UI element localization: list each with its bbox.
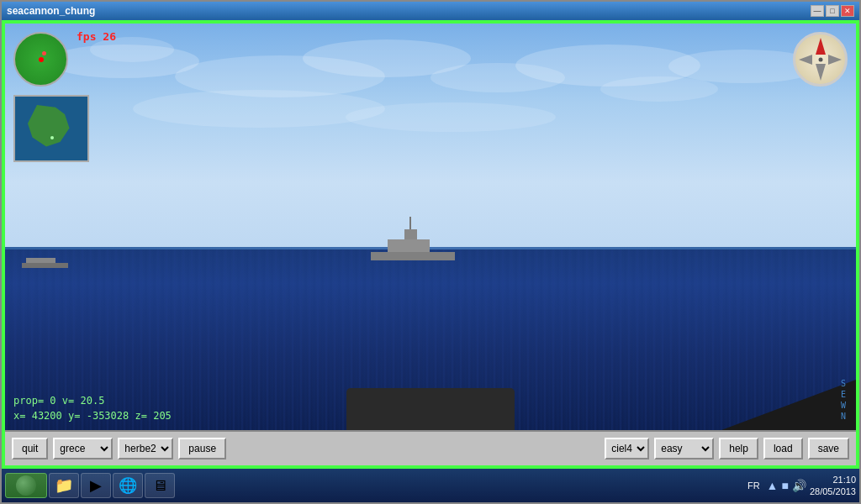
ship-mast xyxy=(409,217,411,229)
distant-ship xyxy=(362,235,463,260)
close-button[interactable]: ✕ xyxy=(841,5,854,17)
radar-center xyxy=(39,57,44,62)
geo-minimap xyxy=(13,95,89,162)
compass-directions: S E W N xyxy=(841,378,846,422)
player-position-dot xyxy=(50,136,54,139)
ship-hull xyxy=(371,252,455,260)
fps-counter: fps 26 xyxy=(77,30,116,43)
help-button[interactable]: help xyxy=(719,438,758,459)
compass-south xyxy=(816,64,826,81)
herbe-dropdown-wrap: herbe2 herbe1 herbe3 xyxy=(118,438,173,459)
cannon xyxy=(304,321,557,430)
small-ship xyxy=(22,255,72,268)
taskbar-game[interactable]: 🖥 xyxy=(145,473,175,498)
ship-tower xyxy=(404,229,417,239)
language-indicator: FR xyxy=(747,480,760,491)
taskbar-explorer[interactable]: 📁 xyxy=(49,473,79,498)
battery-icon: ■ xyxy=(781,479,788,492)
radar-blip xyxy=(42,51,46,55)
grece-dropdown-wrap: grece france england xyxy=(53,438,113,459)
compass xyxy=(793,32,848,87)
maximize-button[interactable]: □ xyxy=(826,5,839,17)
titlebar: seacannon_chung — □ ✕ xyxy=(2,2,859,20)
herbe-dropdown[interactable]: herbe2 herbe1 herbe3 xyxy=(119,439,172,458)
grece-dropdown[interactable]: grece france england xyxy=(55,439,111,458)
minimize-button[interactable]: — xyxy=(811,5,824,17)
network-icon: ▲ xyxy=(767,479,779,492)
radar-minimap xyxy=(13,32,68,87)
3d-scene: fps 26 prop= 0 v= 20.5 x= 43200 y= -3530… xyxy=(5,24,856,430)
geo-land xyxy=(28,105,74,151)
taskbar: 📁 ▶ 🌐 🖥 FR ▲ ■ 🔊 21:10 28/05/2013 xyxy=(2,469,859,502)
small-ship-body xyxy=(26,258,55,263)
hud-info: prop= 0 v= 20.5 x= 43200 y= -353028 z= 2… xyxy=(13,393,172,423)
toolbar: quit grece france england herbe2 herbe1 … xyxy=(5,430,856,465)
difficulty-dropdown-wrap: easy medium hard xyxy=(654,438,714,459)
window-controls: — □ ✕ xyxy=(811,5,854,17)
clock-date: 28/05/2013 xyxy=(810,486,856,497)
quit-button[interactable]: quit xyxy=(12,438,48,459)
application-window: seacannon_chung — □ ✕ xyxy=(0,0,861,504)
clock-time: 21:10 xyxy=(810,474,856,486)
hud-velocity: prop= 0 v= 20.5 xyxy=(13,393,172,408)
compass-east xyxy=(828,55,842,65)
volume-icon: 🔊 xyxy=(792,479,806,492)
pause-button[interactable]: pause xyxy=(178,438,226,459)
window-title: seacannon_chung xyxy=(7,5,95,17)
small-ship-hull xyxy=(22,263,68,268)
system-clock: 21:10 28/05/2013 xyxy=(810,474,856,498)
ship-superstructure xyxy=(388,239,430,252)
game-area[interactable]: fps 26 prop= 0 v= 20.5 x= 43200 y= -3530… xyxy=(2,20,859,469)
compass-rose xyxy=(797,36,843,82)
taskbar-system-tray: FR ▲ ■ 🔊 21:10 28/05/2013 xyxy=(747,474,856,498)
ciel-dropdown-wrap: ciel4 ciel1 ciel2 ciel3 xyxy=(605,438,649,459)
cannon-base xyxy=(346,388,515,430)
compass-west xyxy=(799,55,812,65)
start-button[interactable] xyxy=(5,473,47,498)
taskbar-media[interactable]: ▶ xyxy=(81,473,111,498)
difficulty-dropdown[interactable]: easy medium hard xyxy=(656,439,712,458)
compass-center xyxy=(818,57,822,61)
save-button[interactable]: save xyxy=(808,438,849,459)
load-button[interactable]: load xyxy=(763,438,803,459)
start-orb xyxy=(16,475,36,496)
compass-north xyxy=(816,38,826,55)
ciel-dropdown[interactable]: ciel4 ciel1 ciel2 ciel3 xyxy=(606,439,647,458)
hud-coords: x= 43200 y= -353028 z= 205 xyxy=(13,408,172,423)
taskbar-firefox[interactable]: 🌐 xyxy=(113,473,143,498)
